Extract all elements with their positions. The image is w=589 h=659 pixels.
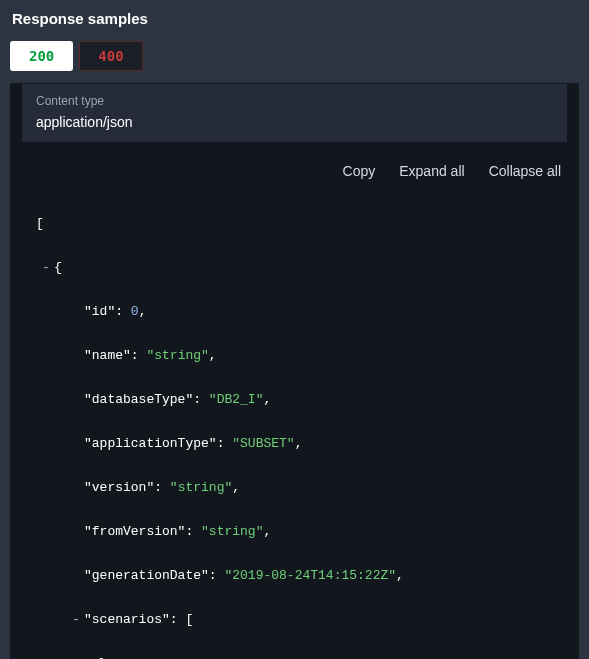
collapse-all-button[interactable]: Collapse all	[489, 163, 561, 179]
json-key: "scenarios"	[84, 612, 170, 627]
expand-all-button[interactable]: Expand all	[399, 163, 464, 179]
json-value: "2019-08-24T14:15:22Z"	[224, 568, 396, 583]
json-key: "databaseType"	[84, 392, 193, 407]
json-key: "id"	[84, 304, 115, 319]
tab-400[interactable]: 400	[79, 41, 142, 71]
collapse-toggle-icon[interactable]: -	[72, 609, 82, 631]
response-panel: Content type application/json Copy Expan…	[10, 83, 579, 659]
json-viewer: [ -{ "id": 0, "name": "string", "databas…	[10, 187, 579, 659]
json-value: "SUBSET"	[232, 436, 294, 451]
content-type-box: Content type application/json	[22, 84, 567, 142]
json-key: "applicationType"	[84, 436, 217, 451]
code-actions: Copy Expand all Collapse all	[10, 141, 579, 187]
collapse-toggle-icon[interactable]: -	[42, 257, 52, 279]
response-samples-section: Response samples 200 400 Content type ap…	[0, 0, 589, 659]
json-value: "string"	[170, 480, 232, 495]
tab-200[interactable]: 200	[10, 41, 73, 71]
content-type-label: Content type	[36, 94, 553, 108]
json-key: "fromVersion"	[84, 524, 185, 539]
collapse-toggle-icon[interactable]: -	[84, 653, 94, 659]
json-key: "generationDate"	[84, 568, 209, 583]
copy-button[interactable]: Copy	[343, 163, 376, 179]
json-value: "string"	[201, 524, 263, 539]
json-key: "name"	[84, 348, 131, 363]
json-value: 0	[131, 304, 139, 319]
json-key: "version"	[84, 480, 154, 495]
json-value: "DB2_I"	[209, 392, 264, 407]
json-value: "string"	[146, 348, 208, 363]
status-tabs: 200 400	[0, 41, 589, 83]
content-type-value: application/json	[36, 114, 553, 130]
section-title: Response samples	[0, 0, 589, 41]
